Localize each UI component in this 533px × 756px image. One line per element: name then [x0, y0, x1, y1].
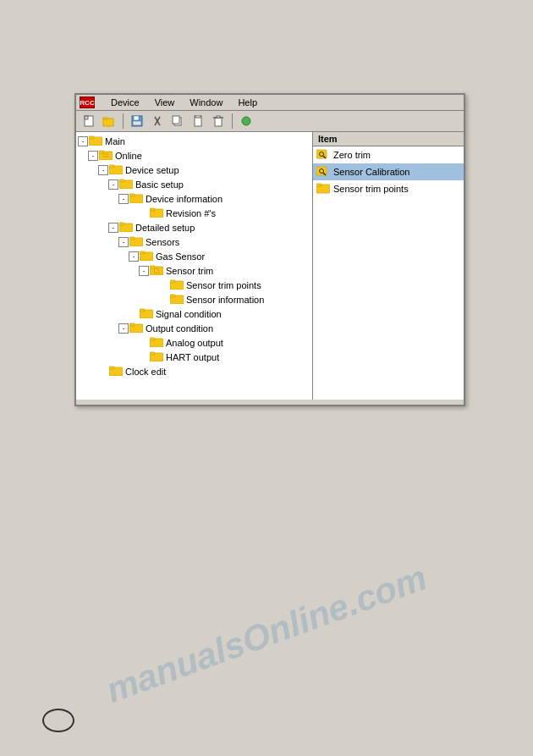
- tree-item-sensor-trim[interactable]: - Sensor trim: [76, 263, 312, 278]
- open-button[interactable]: [100, 113, 118, 130]
- expand-main[interactable]: -: [78, 136, 88, 146]
- label-clock-edit: Clock edit: [125, 367, 166, 377]
- delete-button[interactable]: [209, 113, 228, 130]
- svg-rect-31: [150, 208, 155, 211]
- menu-window[interactable]: Window: [187, 97, 225, 108]
- tree-item-sensors[interactable]: - Sensors: [76, 235, 312, 249]
- menu-help[interactable]: Help: [235, 97, 260, 108]
- watermark: manualsOnline.com: [101, 557, 431, 711]
- svg-rect-29: [129, 194, 135, 196]
- svg-rect-13: [195, 115, 201, 118]
- paste-button[interactable]: [189, 113, 207, 130]
- menu-bar: RCC Device View Window Help: [76, 95, 464, 111]
- label-sensor-info: Sensor information: [186, 295, 264, 305]
- svg-rect-43: [170, 280, 175, 283]
- expand-basic-setup[interactable]: -: [108, 179, 118, 190]
- right-panel-header: Item: [313, 132, 464, 146]
- folder-icon-hart: [150, 350, 163, 363]
- label-analog-output: Analog output: [166, 338, 223, 348]
- folder-icon-sensor-trim-pts: [170, 279, 184, 291]
- label-sensors: Sensors: [146, 237, 179, 247]
- tree-item-device-setup[interactable]: - Device setup: [76, 163, 312, 177]
- label-revision: Revision #'s: [166, 208, 216, 218]
- page-background: RCC Device View Window Help: [0, 0, 533, 756]
- svg-rect-49: [129, 323, 135, 326]
- tree-item-revision[interactable]: Revision #'s: [76, 206, 312, 220]
- rp-label-zero-trim: Zero trim: [333, 150, 371, 160]
- tree-item-output-cond[interactable]: - Output condition: [76, 321, 312, 335]
- svg-rect-35: [129, 237, 135, 240]
- svg-rect-27: [119, 179, 124, 182]
- tree-item-clock-edit[interactable]: Clock edit: [76, 364, 312, 378]
- menu-view[interactable]: View: [152, 97, 178, 108]
- tree-item-hart-output[interactable]: HART output: [76, 350, 312, 364]
- expand-output-cond[interactable]: -: [118, 323, 129, 334]
- app-window: RCC Device View Window Help: [74, 93, 465, 406]
- svg-rect-53: [150, 352, 155, 355]
- folder-icon-signal-cond: [140, 307, 153, 320]
- cut-button[interactable]: [148, 113, 167, 130]
- connect-button[interactable]: [237, 113, 256, 130]
- rp-item-sensor-cal[interactable]: Sensor Calibration: [313, 163, 464, 180]
- svg-rect-51: [150, 338, 155, 340]
- tree-item-detailed-setup[interactable]: - Detailed setup: [76, 220, 312, 235]
- tree-item-online[interactable]: - Online: [76, 148, 312, 163]
- label-online: Online: [115, 151, 142, 161]
- svg-rect-4: [103, 118, 107, 119]
- expand-detailed-setup[interactable]: -: [108, 223, 118, 233]
- folder-icon-gas-sensor: [140, 250, 153, 262]
- expand-device-info[interactable]: -: [118, 194, 129, 204]
- svg-rect-25: [109, 165, 114, 168]
- right-panel: Item Zero trim: [313, 132, 464, 400]
- folder-icon-output-cond: [129, 322, 143, 334]
- rp-icon-sensor-trim-pts: [316, 182, 330, 196]
- svg-rect-39: [150, 266, 155, 268]
- tree-item-gas-sensor[interactable]: - Gas Sensor: [76, 249, 312, 263]
- save-button[interactable]: [128, 113, 146, 130]
- tree-item-signal-cond[interactable]: Signal condition: [76, 306, 312, 321]
- tree-item-sensor-info[interactable]: Sensor information: [76, 292, 312, 306]
- rp-item-zero-trim[interactable]: Zero trim: [313, 146, 464, 163]
- label-main: Main: [105, 136, 125, 146]
- svg-rect-19: [89, 136, 94, 139]
- svg-rect-2: [85, 116, 88, 119]
- tree-item-main[interactable]: - Main: [76, 134, 312, 148]
- new-button[interactable]: [80, 113, 98, 130]
- folder-icon-main: [89, 135, 102, 147]
- label-output-cond: Output condition: [146, 323, 213, 334]
- folder-icon-sensor-trim: [150, 264, 163, 277]
- tree-item-sensor-trim-points[interactable]: Sensor trim points: [76, 278, 312, 292]
- folder-icon-revision: [150, 207, 163, 219]
- label-hart-output: HART output: [166, 352, 219, 362]
- folder-icon-clock-edit: [109, 365, 123, 378]
- expand-gas-sensor[interactable]: -: [129, 251, 139, 262]
- content-area: - Main - Online -: [76, 132, 464, 400]
- tree-panel[interactable]: - Main - Online -: [76, 132, 313, 400]
- rp-icon-sensor-cal: [316, 165, 330, 179]
- expand-sensor-trim[interactable]: -: [139, 266, 149, 276]
- label-sensor-trim: Sensor trim: [166, 266, 213, 276]
- toolbar: [76, 111, 464, 132]
- tree-item-device-info[interactable]: - Device information: [76, 191, 312, 206]
- expand-sensors[interactable]: -: [118, 237, 129, 247]
- svg-rect-63: [316, 184, 321, 186]
- menu-device[interactable]: Device: [108, 97, 142, 108]
- folder-icon-basic-setup: [119, 178, 133, 190]
- svg-rect-14: [215, 118, 222, 126]
- expand-device-setup[interactable]: -: [98, 165, 108, 175]
- folder-icon-sensors: [129, 235, 143, 248]
- label-basic-setup: Basic setup: [135, 179, 184, 190]
- tree-item-analog-output[interactable]: Analog output: [76, 335, 312, 350]
- rp-item-sensor-trim-pts[interactable]: Sensor trim points: [313, 180, 464, 197]
- copy-button[interactable]: [168, 113, 187, 130]
- rp-label-sensor-cal: Sensor Calibration: [333, 167, 410, 177]
- rp-icon-zero-trim: [316, 148, 330, 162]
- tree-item-basic-setup[interactable]: - Basic setup: [76, 177, 312, 191]
- rp-label-sensor-trim-pts: Sensor trim points: [333, 184, 409, 194]
- svg-rect-6: [134, 116, 139, 120]
- folder-icon-analog: [150, 336, 163, 349]
- expand-online[interactable]: -: [88, 151, 98, 161]
- folder-icon-device-setup: [109, 163, 123, 176]
- label-device-setup: Device setup: [125, 165, 179, 175]
- folder-icon-online: [99, 149, 113, 162]
